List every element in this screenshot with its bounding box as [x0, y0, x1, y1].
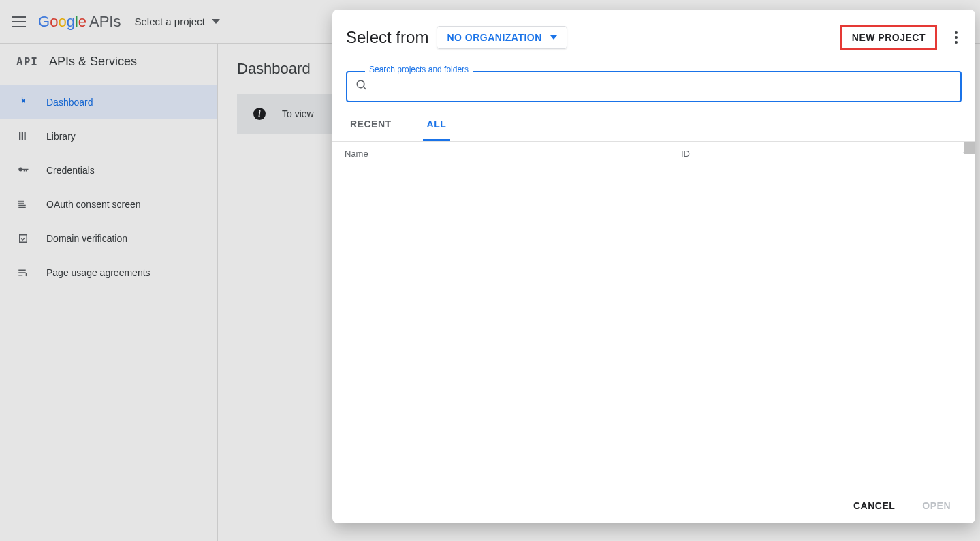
dialog-title: Select from [346, 28, 428, 47]
open-button[interactable]: OPEN [922, 500, 951, 511]
dialog-header: Select from NO ORGANIZATION NEW PROJECT [332, 10, 975, 57]
tabs: RECENT ALL [332, 102, 975, 142]
cancel-button[interactable]: CANCEL [853, 500, 895, 511]
more-options-icon[interactable] [951, 27, 962, 48]
organization-selector[interactable]: NO ORGANIZATION [437, 26, 567, 49]
project-picker-dialog: Select from NO ORGANIZATION NEW PROJECT … [332, 10, 975, 523]
tab-label: RECENT [350, 119, 392, 129]
tab-label: ALL [427, 119, 447, 129]
scrollbar-thumb[interactable] [964, 142, 975, 154]
tab-all[interactable]: ALL [423, 109, 451, 141]
dialog-footer: CANCEL OPEN [332, 488, 975, 523]
caret-down-icon [550, 35, 557, 40]
org-selector-label: NO ORGANIZATION [447, 32, 541, 43]
new-project-button[interactable]: NEW PROJECT [840, 25, 937, 50]
column-id[interactable]: ID [681, 149, 963, 159]
table-header: Name ID ▲ [332, 142, 975, 166]
search-field-wrap: Search projects and folders [346, 71, 962, 102]
tab-recent[interactable]: RECENT [346, 109, 396, 141]
search-icon [355, 79, 368, 94]
search-box[interactable] [346, 71, 962, 102]
column-name[interactable]: Name [345, 149, 681, 159]
new-project-label: NEW PROJECT [852, 32, 926, 43]
search-input[interactable] [373, 81, 952, 92]
project-table[interactable]: Name ID ▲ [332, 142, 975, 488]
search-label: Search projects and folders [365, 65, 473, 74]
